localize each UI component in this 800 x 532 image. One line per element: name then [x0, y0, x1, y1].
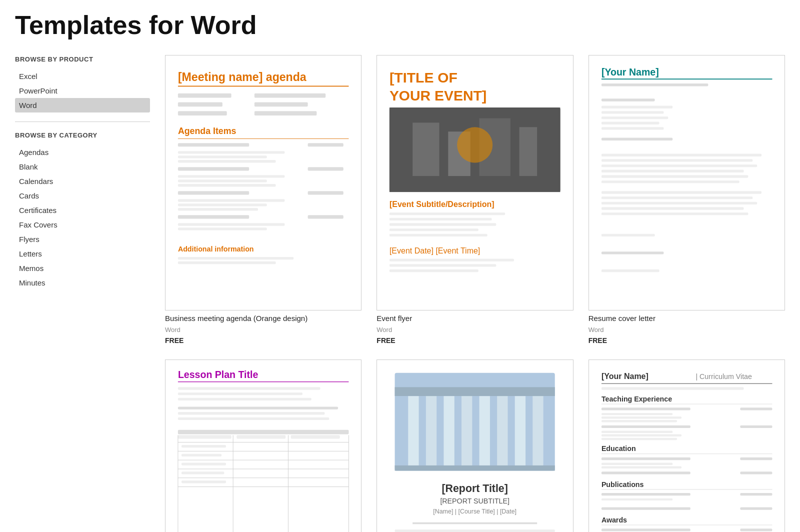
svg-rect-28 [178, 223, 284, 226]
svg-rect-90 [291, 436, 340, 439]
sidebar-divider [15, 122, 150, 122]
svg-rect-152 [602, 426, 690, 428]
svg-rect-169 [602, 498, 672, 500]
template-card-business-meeting-agenda[interactable]: [Meeting name] agenda Agenda Items [165, 55, 362, 344]
sidebar-item-calendars[interactable]: Calendars [15, 174, 150, 188]
svg-text:[TITLE OF: [TITLE OF [390, 70, 458, 86]
template-thumb-resume: [Your Name] | Curriculum Vitae Teaching … [588, 360, 785, 532]
svg-rect-4 [254, 94, 326, 98]
sidebar-item-certificates[interactable]: Certificates [15, 203, 150, 218]
svg-rect-38 [412, 122, 439, 176]
svg-text:[Name] | [Course Title] | [Dat: [Name] | [Course Title] | [Date] [434, 508, 517, 515]
svg-rect-23 [178, 199, 284, 202]
template-price-business-meeting-agenda: FREE [165, 336, 362, 344]
svg-rect-171 [740, 508, 772, 510]
template-name-business-meeting-agenda: Business meeting agenda (Orange design) [165, 314, 362, 324]
svg-rect-70 [602, 191, 762, 194]
sidebar-item-minutes[interactable]: Minutes [15, 276, 150, 290]
template-card-event-flyer[interactable]: [TITLE OF YOUR EVENT] [Event Subtitle/De… [376, 55, 573, 344]
page-wrapper: Templates for Word BROWSE BY PRODUCT Exc… [0, 0, 800, 532]
svg-rect-125 [395, 388, 555, 396]
sidebar-item-fax-covers[interactable]: Fax Covers [15, 218, 150, 232]
svg-text:Teaching Experience: Teaching Experience [602, 395, 672, 403]
svg-rect-123 [533, 396, 544, 467]
svg-rect-86 [178, 418, 329, 420]
svg-rect-20 [178, 184, 276, 186]
svg-rect-103 [182, 454, 222, 456]
sidebar-item-agendas[interactable]: Agendas [15, 145, 150, 160]
template-card-resume[interactable]: [Your Name] | Curriculum Vitae Teaching … [588, 360, 785, 532]
template-card-daily-lesson-planner[interactable]: Lesson Plan Title [165, 360, 362, 532]
svg-rect-84 [178, 407, 338, 410]
template-card-student-report[interactable]: [Report Title] [REPORT SUBTITLE] [Name] … [376, 360, 573, 532]
page-title: Templates for Word [15, 10, 785, 40]
svg-rect-147 [602, 408, 690, 410]
sidebar-item-cards[interactable]: Cards [15, 188, 150, 203]
svg-rect-69 [602, 180, 740, 183]
svg-rect-129 [412, 522, 537, 524]
sidebar-item-flyers[interactable]: Flyers [15, 232, 150, 246]
sidebar-item-blank[interactable]: Blank [15, 160, 150, 174]
svg-rect-81 [178, 388, 320, 390]
svg-text:[Meeting name] agenda: [Meeting name] agenda [178, 70, 306, 84]
svg-rect-77 [602, 270, 660, 272]
sidebar-item-powerpoint[interactable]: PowerPoint [15, 84, 150, 98]
svg-rect-88 [178, 436, 232, 439]
svg-rect-25 [178, 208, 258, 210]
template-thumb-student-report: [Report Title] [REPORT SUBTITLE] [Name] … [376, 360, 573, 532]
template-card-resume-cover-letter[interactable]: [Your Name] [588, 55, 785, 344]
svg-rect-50 [390, 258, 514, 261]
svg-text:Lesson Plan Title: Lesson Plan Title [178, 370, 258, 380]
svg-rect-63 [602, 138, 672, 140]
svg-rect-144 [602, 388, 744, 390]
svg-rect-76 [602, 252, 664, 254]
sidebar: BROWSE BY PRODUCT ExcelPowerPointWord BR… [15, 55, 150, 532]
svg-rect-5 [178, 102, 222, 106]
svg-rect-82 [178, 392, 302, 395]
svg-rect-130 [395, 530, 555, 532]
sidebar-item-letters[interactable]: Letters [15, 246, 150, 261]
svg-rect-106 [182, 480, 226, 483]
svg-rect-170 [602, 508, 690, 510]
svg-rect-151 [602, 420, 677, 422]
template-thumb-resume-cover-letter: [Your Name] [588, 55, 785, 310]
svg-text:[REPORT SUBTITLE]: [REPORT SUBTITLE] [440, 498, 510, 506]
svg-rect-174 [602, 528, 690, 531]
main-layout: BROWSE BY PRODUCT ExcelPowerPointWord BR… [15, 55, 785, 532]
template-thumb-business-meeting-agenda: [Meeting name] agenda Agenda Items [165, 55, 362, 310]
svg-rect-18 [178, 175, 284, 178]
svg-rect-155 [602, 434, 682, 436]
svg-text:Agenda Items: Agenda Items [178, 126, 236, 136]
template-thumb-daily-lesson-planner: Lesson Plan Title [165, 360, 362, 532]
svg-rect-167 [602, 493, 690, 496]
svg-rect-47 [390, 228, 478, 231]
svg-rect-8 [254, 111, 317, 116]
category-list: AgendasBlankCalendarsCardsCertificatesFa… [15, 145, 150, 290]
svg-text:Education: Education [602, 445, 636, 453]
svg-rect-120 [480, 396, 490, 467]
svg-rect-104 [182, 463, 226, 466]
product-list: ExcelPowerPointWord [15, 69, 150, 112]
sidebar-item-excel[interactable]: Excel [15, 69, 150, 84]
sidebar-item-memos[interactable]: Memos [15, 261, 150, 276]
svg-rect-3 [178, 94, 232, 98]
svg-rect-44 [390, 212, 505, 215]
svg-rect-153 [740, 426, 772, 428]
svg-rect-121 [497, 396, 508, 467]
template-grid: [Meeting name] agenda Agenda Items [165, 55, 785, 532]
svg-rect-85 [178, 412, 324, 414]
sidebar-item-word[interactable]: Word [15, 98, 150, 112]
svg-rect-27 [308, 215, 344, 218]
template-product-business-meeting-agenda: Word [165, 326, 362, 334]
svg-rect-162 [602, 466, 682, 468]
svg-rect-102 [182, 445, 226, 448]
svg-rect-71 [602, 196, 752, 199]
template-price-event-flyer: FREE [376, 336, 573, 344]
template-name-event-flyer: Event flyer [376, 314, 573, 324]
svg-rect-118 [444, 396, 454, 467]
svg-rect-52 [390, 270, 478, 272]
svg-rect-22 [308, 191, 344, 194]
template-product-resume-cover-letter: Word [588, 326, 785, 334]
svg-rect-75 [602, 234, 655, 236]
svg-rect-154 [602, 431, 672, 433]
